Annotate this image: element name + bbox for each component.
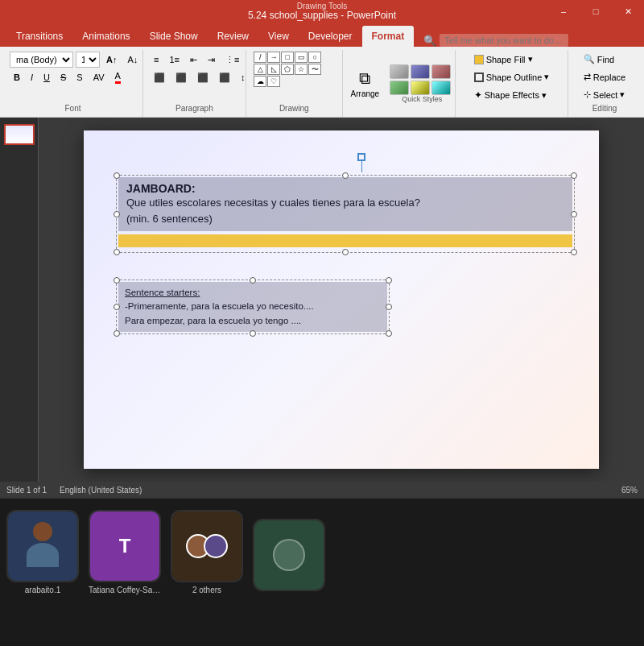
arrange-button[interactable]: ⧉ Arrange bbox=[344, 65, 387, 102]
strikethrough-button[interactable]: S bbox=[56, 69, 70, 85]
thumbnails-panel bbox=[0, 118, 39, 482]
maximize-button[interactable]: □ bbox=[580, 0, 612, 23]
rotate-handle[interactable] bbox=[357, 153, 365, 161]
group-avatar-2 bbox=[204, 534, 228, 558]
font-color-button[interactable]: A bbox=[111, 69, 125, 85]
ss-handle-tl[interactable] bbox=[114, 277, 120, 284]
tab-animations[interactable]: Animations bbox=[72, 26, 139, 47]
ss-handle-tr[interactable] bbox=[386, 277, 392, 284]
shape-rect2[interactable]: ▭ bbox=[295, 52, 308, 63]
italic-button[interactable]: I bbox=[27, 69, 37, 85]
font-name-select[interactable]: ma (Body) bbox=[10, 52, 73, 68]
ss-handle-mr[interactable] bbox=[386, 304, 392, 310]
tell-me-input[interactable] bbox=[440, 34, 568, 47]
taskbar-item-extra[interactable] bbox=[253, 519, 325, 594]
shape-circle[interactable]: ○ bbox=[308, 52, 321, 63]
ss-handle-bl[interactable] bbox=[114, 330, 120, 337]
shape-fill-button[interactable]: Shape Fill ▾ bbox=[469, 52, 539, 67]
ss-handle-br[interactable] bbox=[386, 330, 392, 337]
editing-group: 🔍 Find ⇄ Replace ⊹ Select ▾ Editing bbox=[568, 50, 641, 117]
font-size-select[interactable]: 18 bbox=[76, 52, 100, 68]
replace-icon: ⇄ bbox=[584, 72, 591, 82]
bullets-button[interactable]: ≡ bbox=[150, 52, 163, 68]
qs-item-2[interactable] bbox=[411, 64, 430, 79]
qs-item-6[interactable] bbox=[431, 81, 451, 95]
taskbar: arabaito.1 T Tatiana Coffey-Sari... 2 ot… bbox=[0, 498, 644, 603]
tab-developer[interactable]: Developer bbox=[299, 26, 362, 47]
shape-star[interactable]: ☆ bbox=[295, 64, 308, 75]
find-button[interactable]: 🔍 Find bbox=[578, 52, 620, 67]
handle-tl[interactable] bbox=[114, 172, 120, 179]
handle-bm[interactable] bbox=[342, 249, 349, 255]
ss-handle-bm[interactable] bbox=[250, 330, 256, 337]
font-group: ma (Body) 18 A↑ A↓ B I U S S AV A Font bbox=[3, 50, 143, 117]
shape-arrow[interactable]: → bbox=[267, 52, 280, 63]
increase-indent-button[interactable]: ⇥ bbox=[204, 52, 219, 68]
shape-rect[interactable]: □ bbox=[281, 52, 294, 63]
taskbar-item-group[interactable]: 2 others bbox=[171, 510, 243, 594]
main-text-box[interactable]: JAMBOARD: Que utiles escolares necesitas… bbox=[116, 175, 575, 253]
handle-mr[interactable] bbox=[571, 211, 577, 217]
character-spacing-button[interactable]: AV bbox=[89, 69, 109, 85]
tab-transitions[interactable]: Transitions bbox=[6, 26, 72, 47]
shape-right-triangle[interactable]: ◺ bbox=[267, 64, 280, 75]
ss-handle-tm[interactable] bbox=[250, 277, 256, 284]
replace-button[interactable]: ⇄ Replace bbox=[578, 69, 631, 85]
text-shadow-button[interactable]: S bbox=[72, 69, 86, 85]
grow-font-button[interactable]: A↑ bbox=[102, 52, 121, 68]
font-group-label: Font bbox=[65, 104, 81, 115]
taskbar-item-video[interactable]: arabaito.1 bbox=[6, 510, 79, 594]
qs-item-5[interactable] bbox=[411, 81, 430, 95]
align-center-button[interactable]: ⬛ bbox=[171, 69, 191, 85]
decrease-indent-button[interactable]: ⇤ bbox=[186, 52, 201, 68]
shape-effects-button[interactable]: ✦ Shape Effects ▾ bbox=[469, 87, 552, 103]
arrange-label: Arrange bbox=[351, 89, 380, 98]
shape-line[interactable]: / bbox=[254, 52, 266, 63]
tab-review[interactable]: Review bbox=[208, 26, 258, 47]
underline-button[interactable]: U bbox=[39, 69, 54, 85]
slide-canvas-wrap[interactable]: JAMBOARD: Que utiles escolares necesitas… bbox=[39, 118, 644, 482]
slide-thumbnail-1[interactable] bbox=[4, 124, 35, 145]
shape-cloud[interactable]: ☁ bbox=[254, 76, 266, 87]
rotate-handle-area bbox=[357, 153, 365, 172]
sentence-starters-box[interactable]: Sentence starters: -Primeramente, para l… bbox=[116, 280, 390, 334]
handle-tr[interactable] bbox=[571, 172, 577, 179]
handle-br[interactable] bbox=[571, 249, 577, 255]
shape-wave[interactable]: 〜 bbox=[308, 64, 321, 75]
tab-view[interactable]: View bbox=[258, 26, 299, 47]
justify-button[interactable]: ⬛ bbox=[215, 69, 234, 85]
align-right-button[interactable]: ⬛ bbox=[193, 69, 213, 85]
taskbar-item-T[interactable]: T Tatiana Coffey-Sari... bbox=[89, 510, 161, 594]
tab-slideshow[interactable]: Slide Show bbox=[140, 26, 208, 47]
qs-item-4[interactable] bbox=[390, 81, 409, 95]
avatar-T: T bbox=[90, 511, 159, 581]
align-left-button[interactable]: ⬛ bbox=[150, 69, 169, 85]
numbering-button[interactable]: 1≡ bbox=[165, 52, 184, 68]
extra-avatar-circle bbox=[273, 539, 305, 571]
handle-tm[interactable] bbox=[342, 172, 349, 179]
shape-outline-button[interactable]: Shape Outline ▾ bbox=[469, 69, 555, 85]
quick-styles-area: Quick Styles bbox=[390, 64, 454, 103]
slide-count: Slide 1 of 1 bbox=[6, 486, 47, 495]
select-icon: ⊹ bbox=[584, 89, 591, 100]
bold-button[interactable]: B bbox=[10, 69, 24, 85]
handle-ml[interactable] bbox=[114, 211, 120, 217]
qs-item-3[interactable] bbox=[431, 64, 451, 79]
shape-pentagon[interactable]: ⬠ bbox=[281, 64, 294, 75]
ss-handle-ml[interactable] bbox=[114, 304, 120, 310]
slide-background: JAMBOARD: Que utiles escolares necesitas… bbox=[84, 130, 599, 469]
qs-item-1[interactable] bbox=[390, 64, 409, 79]
shape-heart[interactable]: ♡ bbox=[267, 76, 280, 87]
shape-triangle[interactable]: △ bbox=[254, 64, 266, 75]
handle-bl[interactable] bbox=[114, 249, 120, 255]
shape-fill-icon bbox=[474, 55, 484, 64]
main-text-content: JAMBOARD: Que utiles escolares necesitas… bbox=[118, 177, 572, 231]
close-button[interactable]: ✕ bbox=[612, 0, 644, 23]
shrink-font-button[interactable]: A↓ bbox=[123, 52, 142, 68]
select-button[interactable]: ⊹ Select ▾ bbox=[578, 87, 631, 102]
arrange-group: ⧉ Arrange Quick Styles bbox=[343, 50, 456, 117]
shape-outline-icon bbox=[474, 72, 484, 82]
tab-format[interactable]: Format bbox=[362, 26, 415, 47]
minimize-button[interactable]: – bbox=[547, 0, 580, 23]
columns-button[interactable]: ⋮≡ bbox=[221, 52, 243, 68]
